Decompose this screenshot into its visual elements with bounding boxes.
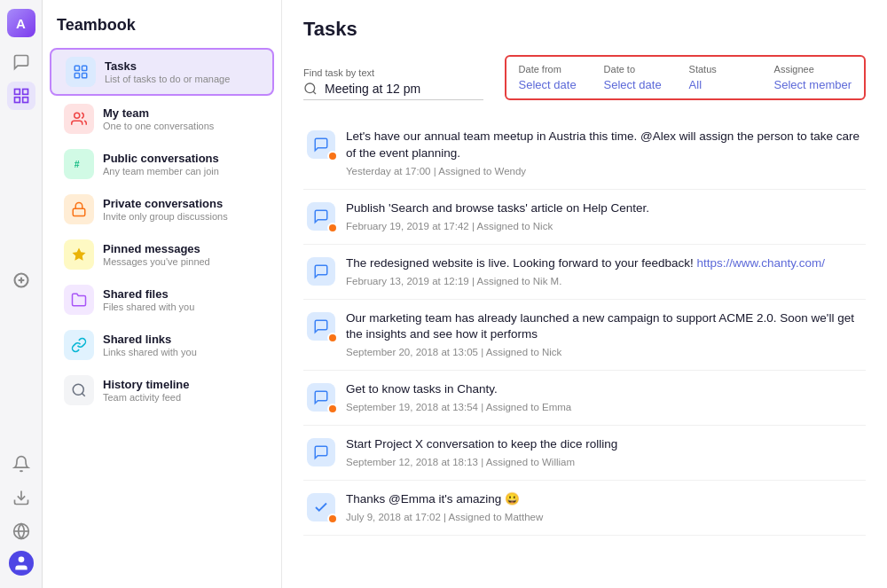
task-item[interactable]: Start Project X conversation to keep the… bbox=[303, 426, 866, 481]
task-icon bbox=[307, 493, 335, 521]
svg-line-20 bbox=[82, 393, 84, 396]
sidebar-item-my-team[interactable]: My teamOne to one conversations bbox=[50, 97, 274, 141]
task-icon bbox=[307, 438, 335, 466]
search-section: Find task by text Meeting at 12 pm bbox=[303, 67, 483, 100]
task-text: Let's have our annual team meetup in Aus… bbox=[346, 129, 862, 162]
sidebar-item-my-team-desc: One to one conversations bbox=[103, 121, 214, 131]
sidebar-item-pinned-messages-desc: Messages you've pinned bbox=[103, 256, 210, 267]
sidebar-item-pinned-messages[interactable]: Pinned messagesMessages you've pinned bbox=[50, 232, 274, 277]
history-timeline-icon bbox=[64, 375, 94, 405]
filter-bar: Find task by text Meeting at 12 pm Date … bbox=[303, 55, 866, 100]
date-to-label: Date to bbox=[604, 64, 675, 74]
status-label: Status bbox=[689, 64, 760, 74]
svg-rect-1 bbox=[22, 90, 27, 95]
sidebar-item-shared-files-desc: Files shared with you bbox=[103, 302, 194, 312]
sidebar-item-public-conversations-desc: Any team member can join bbox=[103, 166, 219, 176]
chat-nav-icon[interactable] bbox=[7, 48, 35, 76]
task-item[interactable]: Let's have our annual team meetup in Aus… bbox=[303, 118, 866, 190]
svg-rect-14 bbox=[82, 74, 87, 78]
task-item[interactable]: The redesigned website is live. Looking … bbox=[303, 245, 866, 300]
svg-rect-13 bbox=[75, 74, 79, 78]
task-priority-badge bbox=[327, 223, 338, 233]
sidebar-item-private-conversations[interactable]: Private conversationsInvite only group d… bbox=[50, 187, 274, 231]
sidebar-item-public-conversations[interactable]: #Public conversationsAny team member can… bbox=[50, 142, 274, 186]
task-meta: September 20, 2018 at 13:05 | Assigned t… bbox=[346, 347, 561, 357]
task-priority-badge bbox=[327, 404, 338, 414]
sidebar-item-pinned-messages-label: Pinned messages bbox=[103, 242, 210, 255]
public-conversations-icon: # bbox=[64, 149, 94, 179]
task-text: Our marketing team has already launched … bbox=[346, 310, 862, 344]
task-text: Start Project X conversation to keep the… bbox=[346, 436, 862, 453]
user-profile-icon[interactable] bbox=[9, 551, 34, 576]
svg-point-10 bbox=[18, 557, 24, 563]
svg-rect-2 bbox=[14, 98, 20, 103]
sidebar-item-tasks[interactable]: TasksList of tasks to do or manage bbox=[50, 48, 274, 96]
search-value: Meeting at 12 pm bbox=[325, 82, 420, 96]
globe-icon[interactable] bbox=[7, 517, 35, 545]
svg-rect-11 bbox=[75, 66, 79, 70]
task-text: Publish 'Search and browse tasks' articl… bbox=[346, 200, 862, 217]
status-value[interactable]: All bbox=[689, 78, 760, 91]
add-workspace-icon[interactable] bbox=[7, 266, 35, 294]
task-icon bbox=[307, 383, 335, 412]
icon-bar: A bbox=[0, 0, 43, 588]
svg-line-22 bbox=[313, 91, 316, 94]
task-item[interactable]: Get to know tasks in Chanty.September 19… bbox=[303, 371, 866, 426]
sidebar-item-public-conversations-label: Public conversations bbox=[103, 152, 219, 165]
task-priority-badge bbox=[327, 151, 338, 161]
shared-files-icon bbox=[64, 285, 94, 315]
page-title: Tasks bbox=[303, 18, 866, 41]
filter-group: Date from Select date Date to Select dat… bbox=[505, 55, 866, 100]
task-meta: February 13, 2019 at 12:19 | Assigned to… bbox=[346, 276, 561, 286]
sidebar-item-shared-links-desc: Links shared with you bbox=[103, 347, 197, 357]
avatar[interactable]: A bbox=[7, 9, 35, 37]
sidebar: Teambook TasksList of tasks to do or man… bbox=[43, 0, 282, 588]
tasks-icon bbox=[66, 57, 96, 87]
date-from-value[interactable]: Select date bbox=[519, 78, 590, 91]
task-priority-badge bbox=[327, 514, 338, 524]
task-meta: Yesterday at 17:00 | Assigned to Wendy bbox=[346, 166, 526, 176]
tasks-nav-icon[interactable] bbox=[7, 82, 35, 110]
sidebar-item-shared-files[interactable]: Shared filesFiles shared with you bbox=[50, 278, 274, 322]
sidebar-item-shared-links[interactable]: Shared linksLinks shared with you bbox=[50, 323, 274, 367]
sidebar-item-history-timeline-desc: Team activity feed bbox=[103, 392, 190, 403]
main-content: Tasks Find task by text Meeting at 12 pm… bbox=[282, 0, 887, 588]
assignee-value[interactable]: Select member bbox=[774, 78, 852, 91]
assignee-label: Assignee bbox=[774, 64, 852, 74]
svg-marker-18 bbox=[73, 248, 86, 261]
task-meta: September 19, 2018 at 13:54 | Assigned t… bbox=[346, 402, 571, 412]
search-icon bbox=[303, 82, 318, 96]
bell-icon[interactable] bbox=[7, 450, 35, 478]
sidebar-item-history-timeline-label: History timeline bbox=[103, 378, 190, 391]
status-field: Status All bbox=[689, 64, 760, 91]
task-item[interactable]: Publish 'Search and browse tasks' articl… bbox=[303, 190, 866, 245]
sidebar-item-tasks-desc: List of tasks to do or manage bbox=[105, 74, 230, 84]
sidebar-item-history-timeline[interactable]: History timelineTeam activity feed bbox=[50, 368, 274, 412]
task-icon bbox=[307, 130, 335, 159]
task-text: Get to know tasks in Chanty. bbox=[346, 381, 862, 398]
task-text: The redesigned website is live. Looking … bbox=[346, 255, 862, 272]
task-priority-badge bbox=[327, 333, 338, 343]
sidebar-item-private-conversations-label: Private conversations bbox=[103, 197, 228, 210]
task-text: Thanks @Emma it's amazing 😀 bbox=[346, 491, 862, 508]
task-icon bbox=[307, 257, 335, 286]
svg-rect-12 bbox=[82, 66, 87, 70]
task-item[interactable]: Thanks @Emma it's amazing 😀July 9, 2018 … bbox=[303, 481, 866, 536]
search-label: Find task by text bbox=[303, 67, 483, 78]
task-item[interactable]: Our marketing team has already launched … bbox=[303, 300, 866, 372]
task-meta: September 12, 2018 at 18:13 | Assigned t… bbox=[346, 457, 575, 467]
task-list: Let's have our annual team meetup in Aus… bbox=[303, 118, 866, 536]
shared-links-icon bbox=[64, 330, 94, 360]
task-meta: July 9, 2018 at 17:02 | Assigned to Matt… bbox=[346, 512, 543, 522]
date-to-value[interactable]: Select date bbox=[604, 78, 675, 91]
svg-text:#: # bbox=[75, 159, 80, 169]
download-icon[interactable] bbox=[7, 483, 35, 512]
search-input-wrapper[interactable]: Meeting at 12 pm bbox=[303, 82, 483, 100]
sidebar-item-shared-links-label: Shared links bbox=[103, 333, 197, 346]
svg-point-21 bbox=[305, 83, 315, 93]
task-icon bbox=[307, 202, 335, 231]
date-to-field: Date to Select date bbox=[604, 64, 675, 91]
svg-rect-0 bbox=[14, 90, 20, 95]
svg-rect-17 bbox=[73, 208, 85, 216]
sidebar-item-tasks-label: Tasks bbox=[105, 59, 230, 73]
